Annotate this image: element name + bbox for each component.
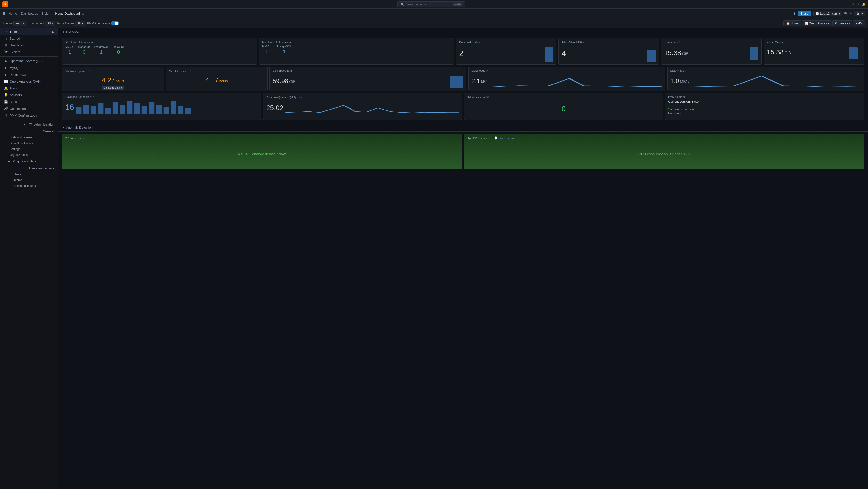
time-range-picker[interactable]: 🕐 Last 12 hours ▾ (813, 11, 842, 16)
refresh-icon[interactable]: ↻ (850, 12, 852, 15)
node-uptime-menu-icon[interactable]: ⋮ (158, 69, 161, 73)
sidebar-item-users-access[interactable]: ▼ 🛡 Users and access (0, 165, 58, 171)
monitored-node-count: 2 (459, 49, 463, 58)
sidebar-item-settings[interactable]: Settings (0, 146, 58, 152)
db-qps-svg (285, 100, 459, 115)
disk-reads-svg (491, 73, 662, 88)
annotations-toggle[interactable] (111, 21, 119, 26)
node-select[interactable]: All ▾ (75, 21, 85, 26)
quick-link-query-analytics[interactable]: 📊 Query Analytics (802, 21, 832, 26)
breadcrumb-home[interactable]: Home (8, 12, 17, 15)
env-select[interactable]: All ▾ (45, 21, 55, 26)
svg-rect-3 (98, 103, 103, 115)
os-sidebar-icon: ▶ (4, 59, 8, 63)
ram-ext-link[interactable]: ↗ (681, 41, 683, 44)
zoom-level[interactable]: 1m ▾ (854, 11, 865, 16)
sidebar-item-default-prefs[interactable]: Default preferences (0, 140, 58, 146)
vmem-ext-link[interactable]: ↗ (786, 41, 787, 43)
sidebar-item-service-accounts[interactable]: Service accounts (0, 183, 58, 189)
breadcrumb-dashboards[interactable]: Dashboards (21, 12, 38, 15)
sidebar-item-alerting[interactable]: 🔔 Alerting (0, 85, 58, 92)
sidebar-item-general[interactable]: ▼ 🛡 General (0, 128, 58, 134)
db-connection-card: Database Connection ↗ 16 (62, 93, 261, 120)
sidebar-item-backup[interactable]: 💾 Backup (0, 98, 58, 105)
sidebar-item-qan[interactable]: 📊 Query Analytics (QAN) (0, 78, 58, 85)
disk-space-title: Disk Space Total ↗ (273, 69, 463, 72)
monitored-node-ext-link[interactable]: ↗ (479, 41, 481, 43)
vmem-value: 15.38 (767, 48, 784, 56)
db-connection-ext-link[interactable]: ↗ (92, 96, 94, 98)
sidebar-item-os[interactable]: ▶ Operating System (OS) (0, 58, 58, 64)
disk-space-ext-link[interactable]: ↗ (293, 69, 295, 72)
cpu-anomalies-info-icon[interactable]: ⓘ (85, 136, 87, 140)
anomaly-row: CPU Anomalies ⓘ No CPU change in last 7 … (62, 134, 864, 169)
breadcrumb-insight[interactable]: Insight (42, 12, 51, 15)
overview-chevron[interactable]: ▼ (62, 31, 65, 33)
quick-link-home[interactable]: 🏠 Home (783, 21, 801, 26)
interval-select[interactable]: auto ▾ (13, 21, 26, 26)
sidebar-item-explore[interactable]: 🔭 Explore (0, 48, 58, 55)
sidebar-item-starred[interactable]: ☆ Starred (0, 35, 58, 42)
db-qps-value: 25.02 (266, 104, 283, 112)
breadcrumb-sep-2: › (39, 12, 40, 15)
notifications-icon[interactable]: 🔔 (862, 3, 866, 6)
db-service-postgresql: PostgreSQL 1 (94, 45, 108, 55)
db-connection-value: 16 (65, 103, 74, 112)
ram-info-icon[interactable]: ⓘ (678, 40, 680, 44)
global-search[interactable]: 🔍 Search or jump to... cmd+k (397, 1, 465, 7)
sidebar-item-dashboards[interactable]: ⊞ Dashboards (0, 42, 58, 48)
disk-writes-ext-link[interactable]: ↗ (685, 69, 687, 72)
settings-icon[interactable]: ⚙ (793, 12, 796, 15)
clock-badge-icon: 🕐 (494, 136, 498, 140)
disk-writes-unit: MB/s (680, 79, 689, 84)
disk-reads-card: Disk Reads ↗ 2.1 kB/s (468, 67, 665, 91)
sidebar-item-connections[interactable]: 🔗 Connections (0, 105, 58, 112)
failed-advisors-content: 0 (467, 100, 660, 117)
sidebar-item-postgresql[interactable]: ▶ PostgreSQL (0, 71, 58, 78)
db-qps-ext-link[interactable]: ↗ (301, 96, 303, 99)
vcpu-ext-link[interactable]: ↗ (583, 41, 585, 43)
disk-reads-content: 2.1 kB/s (471, 73, 662, 88)
vmem-bar (849, 47, 858, 60)
favorite-star[interactable]: ☆ (82, 12, 85, 15)
breadcrumb-sep-1: › (19, 12, 20, 15)
node-label: Node Names (57, 22, 74, 25)
db-uptime-info-icon[interactable]: ⓘ (188, 69, 190, 73)
sidebar-item-administration[interactable]: ▼ 🛡 Administration (0, 121, 58, 128)
anomaly-chevron[interactable]: ▼ (62, 126, 65, 129)
sidebar-backup-label: Backup (10, 100, 20, 104)
sidebar-item-home[interactable]: ⌂ Home ⊞ (0, 28, 58, 35)
sidebar-qan-label: Query Analytics (QAN) (10, 79, 41, 83)
pmm-current-version: Current version: 3.0.0 (668, 100, 861, 103)
hamburger-menu[interactable]: ☰ (3, 12, 6, 15)
users-sidebar-icon: 🛡 (23, 166, 27, 170)
sidebar-home-collapse[interactable]: ⊞ (52, 30, 54, 33)
disk-space-unit: GiB (289, 79, 296, 84)
sidebar-item-pmm-config[interactable]: ⚙ PMM Configuration (0, 112, 58, 119)
node-value: All (77, 22, 81, 25)
disk-reads-ext-link[interactable]: ↗ (486, 69, 488, 72)
help-icon[interactable]: ? (857, 3, 859, 6)
sidebar-item-teams[interactable]: Teams (0, 177, 58, 183)
db-qps-info-icon[interactable]: ⓘ (297, 95, 300, 99)
sidebar-item-orgs[interactable]: Organizations (0, 152, 58, 158)
sidebar-item-stats[interactable]: Stats and license (0, 134, 58, 140)
sidebar-item-plugins[interactable]: ▶ Plugins and data (0, 158, 58, 165)
disk-reads-unit: kB/s (481, 79, 489, 84)
high-cpu-info-icon[interactable]: ⓘ (490, 136, 492, 140)
quick-link-services[interactable]: ⚙ Services (832, 21, 852, 26)
sidebar-item-mysql[interactable]: ▶ MySQL (0, 64, 58, 71)
search-icon: 🔍 (400, 3, 404, 6)
main-content: ▼ Overview Monitored DB Services MySQL 1 (58, 28, 868, 489)
zoom-in-icon[interactable]: 🔍 (844, 12, 848, 15)
share-button[interactable]: Share (798, 11, 811, 16)
sidebar-item-advisors[interactable]: 💡 Advisors (0, 92, 58, 98)
chevron-down-icon: ▾ (839, 12, 840, 15)
sidebar-item-users[interactable]: Users (0, 171, 58, 177)
failed-advisors-info-icon[interactable]: ⓘ (486, 95, 489, 99)
node-uptime-info-icon[interactable]: ⓘ (87, 69, 90, 73)
quick-link-pmm[interactable]: PMM (853, 21, 865, 26)
db-qps-card: Database Query/s (QPS) ⓘ ↗ 25.02 (263, 93, 462, 120)
disk-space-bar (450, 76, 463, 88)
add-button[interactable]: + (852, 2, 855, 6)
